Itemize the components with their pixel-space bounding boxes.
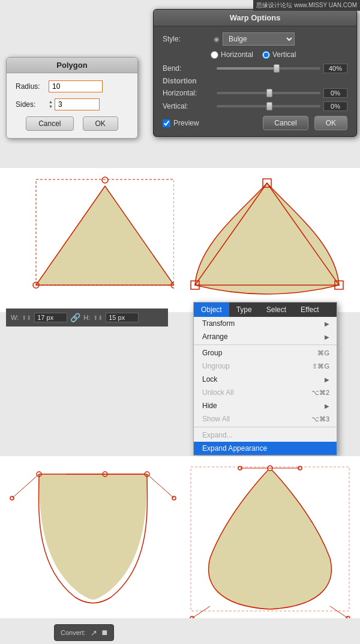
- menu-item-arrange[interactable]: Arrange ▶: [194, 330, 337, 343]
- vert-dist-row: Vertical: 0%: [163, 101, 347, 111]
- w-input[interactable]: [34, 313, 67, 322]
- menu-bar: Object Type Select Effect: [194, 302, 337, 317]
- svg-line-25: [330, 606, 348, 618]
- convert-label: Convert:: [61, 629, 86, 636]
- menu-bar-object[interactable]: Object: [194, 302, 229, 317]
- polygon-cancel-button[interactable]: Cancel: [26, 116, 73, 131]
- radius-row: Radius:: [16, 80, 128, 92]
- shape-bottom-left: [6, 462, 180, 618]
- object-menu: Object Type Select Effect Transform ▶ Ar…: [193, 302, 337, 456]
- shape-bottom-right: [186, 462, 354, 618]
- menu-item-group[interactable]: Group ⌘G: [194, 346, 337, 360]
- convert-icon-1[interactable]: ↗: [91, 628, 97, 637]
- warp-cancel-button[interactable]: Cancel: [263, 116, 308, 130]
- separator-1: [194, 345, 337, 345]
- distortion-label: Distortion: [163, 77, 347, 85]
- horiz-dist-label: Horizontal:: [163, 89, 214, 97]
- vert-dist-label: Vertical:: [163, 102, 214, 110]
- bend-value: 40%: [323, 64, 347, 73]
- warp-footer: Preview Cancel OK: [163, 116, 347, 130]
- vertical-radio[interactable]: Vertical: [262, 50, 296, 59]
- w-spinner[interactable]: ⬆⬇: [22, 314, 31, 321]
- convert-icon-2[interactable]: ■: [102, 627, 108, 638]
- sides-label: Sides:: [16, 100, 49, 109]
- menu-item-hide[interactable]: Hide ▶: [194, 399, 337, 412]
- sides-input[interactable]: [55, 98, 100, 110]
- triangle-left: [12, 171, 174, 303]
- polygon-dialog: Polygon Radius: Sides: ▲ ▼ Cancel OK: [6, 57, 138, 139]
- watermark: 思缘设计论坛 www.MISSY UAN.COM: [253, 0, 360, 11]
- horiz-dist-slider[interactable]: [217, 92, 320, 94]
- menu-item-unlock-all: Unlock All ⌥⌘2: [194, 386, 337, 399]
- svg-point-0: [102, 177, 108, 183]
- horiz-dist-value: 0%: [323, 88, 347, 98]
- svg-line-23: [192, 606, 210, 618]
- style-select[interactable]: Bulge: [223, 32, 295, 46]
- menu-item-show-all: Show All ⌥⌘3: [194, 412, 337, 426]
- warp-dialog-title: Warp Options: [154, 10, 356, 26]
- style-label: Style:: [163, 35, 214, 43]
- h-label: H:: [83, 314, 90, 321]
- polygon-dialog-buttons: Cancel OK: [16, 116, 128, 131]
- menu-item-expand: Expand...: [194, 429, 337, 442]
- radio-group: Horizontal Vertical: [211, 50, 347, 59]
- h-spinner[interactable]: ⬆⬇: [93, 314, 103, 321]
- svg-line-14: [147, 474, 174, 498]
- preview-check[interactable]: Preview: [163, 119, 199, 127]
- bend-label: Bend:: [163, 64, 214, 73]
- menu-item-lock[interactable]: Lock ▶: [194, 373, 337, 386]
- polygon-dialog-title: Polygon: [7, 58, 137, 73]
- menu-bar-type[interactable]: Type: [229, 302, 259, 317]
- link-icon: 🔗: [70, 313, 80, 322]
- w-label: W:: [11, 314, 19, 321]
- polygon-ok-button[interactable]: OK: [83, 116, 118, 131]
- warp-dialog: Warp Options Style: ◉ Bulge Horizontal V…: [153, 9, 357, 137]
- warp-dialog-buttons: Cancel OK: [263, 116, 347, 130]
- bend-slider[interactable]: [217, 67, 320, 70]
- svg-line-12: [12, 474, 39, 498]
- separator-2: [194, 427, 337, 427]
- horiz-dist-row: Horizontal: 0%: [163, 88, 347, 98]
- sides-spinner[interactable]: ▲ ▼: [49, 100, 53, 109]
- menu-bar-select[interactable]: Select: [259, 302, 293, 317]
- vert-dist-slider[interactable]: [217, 105, 320, 107]
- svg-marker-1: [36, 186, 174, 285]
- menu-item-transform[interactable]: Transform ▶: [194, 317, 337, 330]
- triangle-right: [186, 171, 348, 303]
- menu-item-expand-appearance[interactable]: Expand Appearance: [194, 442, 337, 455]
- warp-ok-button[interactable]: OK: [314, 116, 347, 130]
- bend-row: Bend: 40%: [163, 64, 347, 73]
- radius-input[interactable]: [49, 80, 103, 92]
- sides-row: Sides: ▲ ▼: [16, 98, 128, 110]
- convert-bar: Convert: ↗ ■: [54, 624, 114, 641]
- radius-label: Radius:: [16, 82, 49, 91]
- h-input[interactable]: [106, 313, 139, 322]
- style-row: Style: ◉ Bulge: [163, 32, 347, 46]
- transform-bar: W: ⬆⬇ 🔗 H: ⬆⬇: [6, 308, 168, 327]
- horizontal-radio[interactable]: Horizontal: [211, 50, 253, 59]
- menu-item-ungroup: Ungroup ⇧⌘G: [194, 360, 337, 373]
- menu-bar-effect[interactable]: Effect: [293, 302, 326, 317]
- style-icon: ◉: [214, 35, 220, 43]
- vert-dist-value: 0%: [323, 101, 347, 111]
